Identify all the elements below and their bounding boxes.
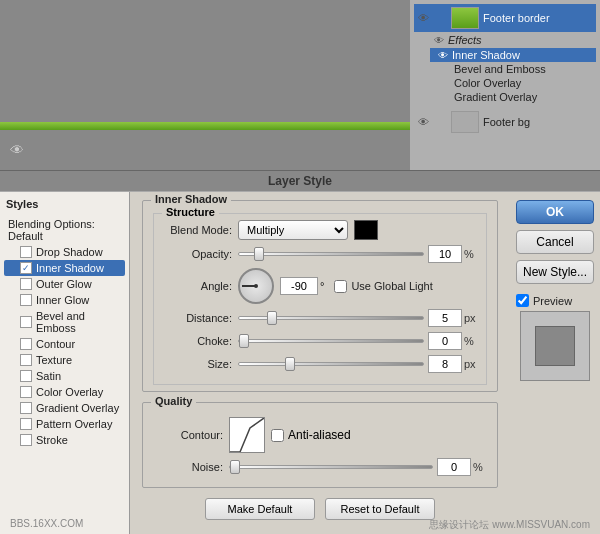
size-slider-container: 8 px: [238, 355, 478, 373]
style-pattern-overlay[interactable]: Pattern Overlay: [4, 416, 125, 432]
anti-alias-container: Anti-aliased: [271, 428, 351, 442]
cb-color-overlay[interactable]: [20, 386, 32, 398]
layer-thumb-footer-border: [451, 7, 479, 29]
effect-item-color-overlay[interactable]: Color Overlay: [430, 76, 596, 90]
eye-icon-left: 👁: [10, 142, 24, 158]
choke-row: Choke: 0 %: [162, 332, 478, 350]
cb-gradient-overlay[interactable]: [20, 402, 32, 414]
style-drop-shadow[interactable]: Drop Shadow: [4, 244, 125, 260]
blend-color-swatch[interactable]: [354, 220, 378, 240]
size-slider-thumb[interactable]: [285, 357, 295, 371]
angle-input[interactable]: -90: [280, 277, 318, 295]
anti-alias-checkbox[interactable]: [271, 429, 284, 442]
size-unit: px: [464, 358, 478, 370]
choke-input[interactable]: 0: [428, 332, 462, 350]
preview-section: Preview: [516, 294, 594, 381]
style-bevel-emboss[interactable]: Bevel and Emboss: [4, 308, 125, 336]
style-contour[interactable]: Contour: [4, 336, 125, 352]
style-stroke[interactable]: Stroke: [4, 432, 125, 448]
size-input[interactable]: 8: [428, 355, 462, 373]
style-label-outer-glow: Outer Glow: [36, 278, 92, 290]
style-label-texture: Texture: [36, 354, 72, 366]
style-label-inner-glow: Inner Glow: [36, 294, 89, 306]
contour-svg: [230, 418, 264, 452]
noise-input[interactable]: 0: [437, 458, 471, 476]
style-inner-shadow[interactable]: ✓ Inner Shadow: [4, 260, 125, 276]
blend-mode-row: Blend Mode: Multiply: [162, 220, 478, 240]
styles-panel: Styles Blending Options: Default Drop Sh…: [0, 192, 130, 534]
bottom-strip: 👁: [0, 130, 410, 170]
cb-bevel-emboss[interactable]: [20, 316, 32, 328]
size-slider-track[interactable]: [238, 362, 424, 366]
new-style-button[interactable]: New Style...: [516, 260, 594, 284]
cancel-button[interactable]: Cancel: [516, 230, 594, 254]
noise-slider-track[interactable]: [229, 465, 433, 469]
watermark-left: BBS.16XX.COM: [10, 518, 83, 532]
opacity-row: Opacity: 10 %: [162, 245, 478, 263]
style-label-blending-options: Blending Options: Default: [8, 218, 121, 242]
degree-symbol: °: [320, 280, 324, 292]
reset-to-default-button[interactable]: Reset to Default: [325, 498, 435, 520]
effect-label-color-overlay: Color Overlay: [438, 77, 521, 89]
opacity-slider-track[interactable]: [238, 252, 424, 256]
cb-texture[interactable]: [20, 354, 32, 366]
choke-unit: %: [464, 335, 478, 347]
cb-outer-glow[interactable]: [20, 278, 32, 290]
cb-inner-shadow[interactable]: ✓: [20, 262, 32, 274]
blend-mode-select[interactable]: Multiply: [238, 220, 348, 240]
choke-slider-track[interactable]: [238, 339, 424, 343]
effect-label-inner-shadow: Inner Shadow: [452, 49, 520, 61]
right-panel: OK Cancel New Style... Preview: [510, 192, 600, 534]
opacity-slider-thumb[interactable]: [254, 247, 264, 261]
ok-button[interactable]: OK: [516, 200, 594, 224]
opacity-slider-container: 10 %: [238, 245, 478, 263]
cb-stroke[interactable]: [20, 434, 32, 446]
angle-label: Angle:: [162, 280, 232, 292]
top-panel: 👁 👁 Footer border 👁 Effects 👁 Inner Shad…: [0, 0, 600, 170]
distance-slider-track[interactable]: [238, 316, 424, 320]
distance-input[interactable]: 5: [428, 309, 462, 327]
cb-contour[interactable]: [20, 338, 32, 350]
style-blending-options[interactable]: Blending Options: Default: [4, 216, 125, 244]
make-default-button[interactable]: Make Default: [205, 498, 315, 520]
layer-label-footer-bg: Footer bg: [483, 116, 530, 128]
layer-item-footer-border[interactable]: 👁 Footer border: [414, 4, 596, 32]
effects-label: Effects: [448, 34, 482, 46]
contour-box[interactable]: [229, 417, 265, 453]
effect-item-bevel-emboss[interactable]: Bevel and Emboss: [430, 62, 596, 76]
style-label-stroke: Stroke: [36, 434, 68, 446]
distance-slider-thumb[interactable]: [267, 311, 277, 325]
angle-dial[interactable]: [238, 268, 274, 304]
effect-item-gradient-overlay[interactable]: Gradient Overlay: [430, 90, 596, 104]
choke-slider-container: 0 %: [238, 332, 478, 350]
layer-item-footer-bg[interactable]: 👁 Footer bg: [414, 108, 596, 136]
angle-dot: [254, 284, 258, 288]
style-outer-glow[interactable]: Outer Glow: [4, 276, 125, 292]
layers-panel: 👁 Footer border 👁 Effects 👁 Inner Shadow…: [410, 0, 600, 170]
effect-label-gradient-overlay: Gradient Overlay: [438, 91, 537, 103]
distance-unit: px: [464, 312, 478, 324]
style-gradient-overlay[interactable]: Gradient Overlay: [4, 400, 125, 416]
dialog-body: Styles Blending Options: Default Drop Sh…: [0, 192, 600, 534]
style-texture[interactable]: Texture: [4, 352, 125, 368]
style-satin[interactable]: Satin: [4, 368, 125, 384]
effect-eye-inner-shadow: 👁: [438, 50, 448, 61]
cb-inner-glow[interactable]: [20, 294, 32, 306]
global-light-label: Use Global Light: [351, 280, 432, 292]
style-inner-glow[interactable]: Inner Glow: [4, 292, 125, 308]
preview-checkbox[interactable]: [516, 294, 529, 307]
cb-satin[interactable]: [20, 370, 32, 382]
cb-drop-shadow[interactable]: [20, 246, 32, 258]
effect-item-inner-shadow[interactable]: 👁 Inner Shadow: [430, 48, 596, 62]
structure-box: Structure Blend Mode: Multiply Opacity:: [153, 213, 487, 385]
global-light-checkbox[interactable]: [334, 280, 347, 293]
cb-pattern-overlay[interactable]: [20, 418, 32, 430]
preview-label-text: Preview: [533, 295, 572, 307]
noise-slider-thumb[interactable]: [230, 460, 240, 474]
eye-icon-effects: 👁: [434, 35, 444, 46]
noise-label: Noise:: [153, 461, 223, 473]
opacity-input[interactable]: 10: [428, 245, 462, 263]
contour-label: Contour:: [153, 429, 223, 441]
choke-slider-thumb[interactable]: [239, 334, 249, 348]
style-color-overlay[interactable]: Color Overlay: [4, 384, 125, 400]
